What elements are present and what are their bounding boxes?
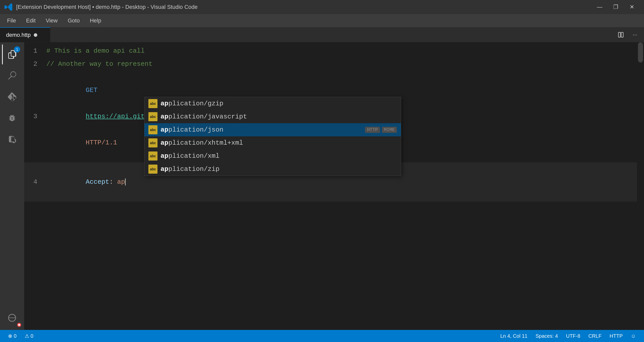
editor-area[interactable]: 1 # This is a demo api call 2 // Another… <box>24 42 644 330</box>
autocomplete-badges-json: HTTP MIME <box>365 127 397 133</box>
autocomplete-item-javascript[interactable]: abc application/javascript <box>144 110 401 123</box>
activity-badge: 1 <box>14 46 20 52</box>
statusbar-smiley[interactable]: ☺ <box>627 330 640 342</box>
tab-label: demo.http <box>6 32 31 38</box>
tab-modified-dot <box>34 33 37 37</box>
svg-point-3 <box>18 324 20 326</box>
maximize-button[interactable]: ❐ <box>608 0 624 14</box>
scrollbar-thumb <box>638 42 643 63</box>
statusbar-right: Ln 4, Col 11 Spaces: 4 UTF-8 CRLF HTTP ☺ <box>496 330 640 342</box>
code-line-1: 1 # This is a demo api call <box>24 44 644 57</box>
match-highlight: ap <box>160 100 168 107</box>
activity-bar: 1 <box>0 42 24 330</box>
vscode-icon <box>4 3 13 12</box>
statusbar-spaces[interactable]: Spaces: 4 <box>532 330 562 342</box>
autocomplete-text-gzip: application/gzip <box>160 100 397 107</box>
autocomplete-text-xhtml: application/xhtml+xml <box>160 139 397 147</box>
minimize-button[interactable]: — <box>592 0 608 14</box>
autocomplete-text-json: application/json <box>160 126 362 134</box>
mime-badge: MIME <box>382 127 397 133</box>
svg-rect-1 <box>621 32 623 37</box>
autocomplete-icon-json: abc <box>148 125 157 134</box>
activity-item-git[interactable] <box>2 87 22 107</box>
line-number-4: 4 <box>24 175 44 189</box>
autocomplete-icon-gzip: abc <box>148 99 157 108</box>
activity-item-extensions[interactable] <box>2 129 22 149</box>
tab-actions: ··· <box>612 27 644 42</box>
more-actions-button[interactable]: ··· <box>630 30 640 40</box>
activity-item-remote[interactable] <box>2 308 22 328</box>
statusbar-left: ⊗ 0 ⚠ 0 <box>4 330 37 342</box>
line-content-1: # This is a demo api call <box>44 44 644 57</box>
titlebar: [Extension Development Host] • demo.http… <box>0 0 644 14</box>
autocomplete-item-xhtml[interactable]: abc application/xhtml+xml <box>144 136 401 149</box>
http-version: HTTP/1.1 <box>86 139 117 146</box>
autocomplete-icon-javascript: abc <box>148 112 157 121</box>
menu-edit[interactable]: Edit <box>21 15 41 26</box>
statusbar-position[interactable]: Ln 4, Col 11 <box>496 330 532 342</box>
statusbar-encoding[interactable]: UTF-8 <box>562 330 584 342</box>
autocomplete-item-xml[interactable]: abc application/xml <box>144 149 401 163</box>
menubar: File Edit View Goto Help <box>0 14 644 27</box>
menu-view[interactable]: View <box>41 15 62 26</box>
match-highlight: ap <box>160 152 168 160</box>
autocomplete-item-json[interactable]: abc application/json HTTP MIME <box>144 123 401 136</box>
menu-file[interactable]: File <box>2 15 21 26</box>
line-number-2: 2 <box>24 57 44 71</box>
close-button[interactable]: ✕ <box>624 0 640 14</box>
menu-goto[interactable]: Goto <box>63 15 85 26</box>
autocomplete-text-xml: application/xml <box>160 152 397 160</box>
autocomplete-item-zip[interactable]: abc application/zip <box>144 163 401 176</box>
main-layout: 1 <box>0 42 644 330</box>
autocomplete-dropdown[interactable]: abc application/gzip abc application/jav… <box>144 97 401 176</box>
code-line-2: 2 // Another way to represent <box>24 57 644 71</box>
line-number-1: 1 <box>24 44 44 57</box>
line-content-2: // Another way to represent <box>44 57 644 71</box>
match-highlight: ap <box>160 165 168 173</box>
text-cursor <box>125 178 126 185</box>
statusbar-errors[interactable]: ⊗ 0 <box>4 330 21 342</box>
window-title: [Extension Development Host] • demo.http… <box>16 4 589 10</box>
statusbar-language[interactable]: HTTP <box>605 330 627 342</box>
editor-scrollbar[interactable] <box>637 42 644 330</box>
activity-item-explorer[interactable]: 1 <box>2 44 22 65</box>
activity-item-debug[interactable] <box>2 108 22 128</box>
line-number-3: 3 <box>24 110 44 123</box>
svg-rect-0 <box>618 32 620 37</box>
window-controls: — ❐ ✕ <box>592 0 640 14</box>
statusbar-line-ending[interactable]: CRLF <box>584 330 605 342</box>
autocomplete-icon-xhtml: abc <box>148 138 157 147</box>
header-name: Accept <box>86 178 109 186</box>
split-editor-button[interactable] <box>616 30 626 40</box>
autocomplete-icon-xml: abc <box>148 151 157 161</box>
match-highlight: ap <box>160 113 168 120</box>
activity-item-search[interactable] <box>2 66 22 86</box>
statusbar: ⊗ 0 ⚠ 0 Ln 4, Col 11 Spaces: 4 UTF-8 CRL… <box>0 330 644 342</box>
tabbar: demo.http ··· <box>0 27 644 42</box>
http-badge: HTTP <box>365 127 380 133</box>
statusbar-warnings[interactable]: ⚠ 0 <box>21 330 38 342</box>
match-highlight: ap <box>160 139 168 147</box>
tab-demo-http[interactable]: demo.http <box>0 27 50 42</box>
keyword-get: GET <box>86 86 98 94</box>
match-highlight: ap <box>160 126 168 134</box>
header-value-partial: ap <box>117 178 125 186</box>
autocomplete-text-javascript: application/javascript <box>160 113 397 120</box>
menu-help[interactable]: Help <box>85 15 106 26</box>
autocomplete-text-zip: application/zip <box>160 165 397 173</box>
autocomplete-icon-zip: abc <box>148 165 157 174</box>
autocomplete-item-gzip[interactable]: abc application/gzip <box>144 97 401 110</box>
